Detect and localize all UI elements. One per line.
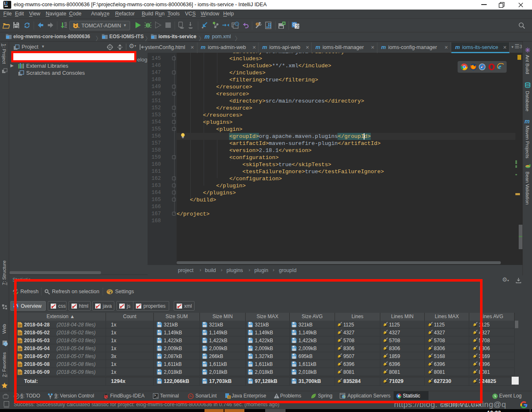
svg-text:文: 文 [296,24,300,29]
svg-text:01: 01 [64,26,67,28]
